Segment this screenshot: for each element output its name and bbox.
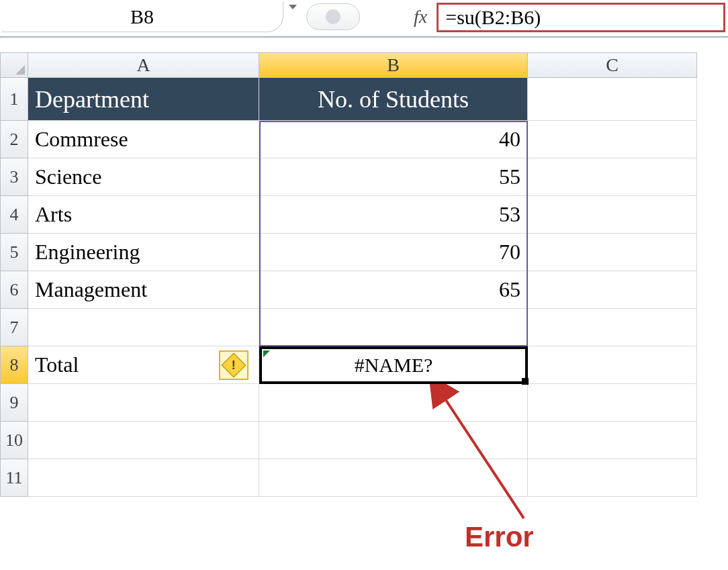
- row-9: 9: [0, 384, 728, 422]
- warning-icon: !: [222, 353, 246, 378]
- row-2: 2 Commrese 40: [0, 121, 728, 158]
- cell-A9[interactable]: [28, 384, 259, 422]
- error-smart-tag[interactable]: !: [219, 350, 248, 380]
- col-header-B[interactable]: B: [259, 52, 528, 78]
- row-10: 10: [0, 422, 728, 459]
- name-box[interactable]: B8: [1, 1, 283, 32]
- row-4: 4 Arts 53: [0, 196, 728, 234]
- cell-A1[interactable]: Department: [28, 78, 259, 121]
- formula-input[interactable]: [444, 5, 723, 30]
- name-box-dropdown[interactable]: [283, 1, 302, 12]
- row-header-4[interactable]: 4: [0, 196, 28, 234]
- cell-C8[interactable]: [528, 346, 697, 384]
- cancel-formula-button[interactable]: [306, 3, 360, 30]
- row-header-3[interactable]: 3: [0, 158, 28, 196]
- cell-B1[interactable]: No. of Students: [259, 78, 528, 121]
- cell-A5[interactable]: Engineering: [28, 234, 259, 271]
- cell-C2[interactable]: [528, 121, 697, 158]
- row-header-2[interactable]: 2: [0, 121, 28, 158]
- cell-B4[interactable]: 53: [259, 196, 528, 234]
- row-header-8[interactable]: 8: [0, 346, 28, 384]
- cell-B8-selected[interactable]: #NAME?: [259, 346, 528, 384]
- cell-B2[interactable]: 40: [259, 121, 528, 158]
- cell-B11[interactable]: [259, 459, 528, 497]
- row-3: 3 Science 55: [0, 158, 728, 196]
- cell-A4[interactable]: Arts: [28, 196, 259, 234]
- cell-C7[interactable]: [528, 309, 697, 346]
- formula-buttons: [302, 1, 360, 32]
- row-header-11[interactable]: 11: [0, 459, 28, 497]
- spreadsheet-grid[interactable]: A B C 1 Department No. of Students 2 Com…: [0, 52, 728, 497]
- col-header-A[interactable]: A: [28, 52, 259, 78]
- rows: 1 Department No. of Students 2 Commrese …: [0, 78, 728, 497]
- row-1: 1 Department No. of Students: [0, 78, 728, 121]
- cell-B8-value: #NAME?: [355, 354, 433, 377]
- cell-A6[interactable]: Management: [28, 271, 259, 309]
- row-7: 7: [0, 309, 728, 346]
- cell-C1[interactable]: [528, 78, 697, 121]
- cell-C11[interactable]: [528, 459, 697, 497]
- cell-B7[interactable]: [259, 309, 528, 346]
- cell-B3[interactable]: 55: [259, 158, 528, 196]
- row-header-9[interactable]: 9: [0, 384, 28, 422]
- cell-C9[interactable]: [528, 384, 697, 422]
- cell-A10[interactable]: [28, 422, 259, 459]
- error-triangle-icon: [263, 350, 270, 357]
- cell-A11[interactable]: [28, 459, 259, 497]
- fx-icon[interactable]: fx: [414, 1, 427, 32]
- row-5: 5 Engineering 70: [0, 234, 728, 271]
- cell-C3[interactable]: [528, 158, 697, 196]
- row-header-1[interactable]: 1: [0, 78, 28, 121]
- name-box-value: B8: [130, 5, 154, 28]
- svg-marker-0: [289, 5, 297, 9]
- cell-A7[interactable]: [28, 309, 259, 346]
- cell-B6[interactable]: 65: [259, 271, 528, 309]
- row-11: 11: [0, 459, 728, 497]
- row-header-6[interactable]: 6: [0, 271, 28, 309]
- cell-A2[interactable]: Commrese: [28, 121, 259, 158]
- cell-B5[interactable]: 70: [259, 234, 528, 271]
- cell-C6[interactable]: [528, 271, 697, 309]
- cell-B10[interactable]: [259, 422, 528, 459]
- row-header-5[interactable]: 5: [0, 234, 28, 271]
- cell-C4[interactable]: [528, 196, 697, 234]
- cell-B9[interactable]: [259, 384, 528, 422]
- formula-input-highlight: [437, 3, 725, 32]
- column-headers: A B C: [0, 52, 728, 78]
- row-6: 6 Management 65: [0, 271, 728, 309]
- annotation-error-label: Error: [465, 521, 534, 553]
- cell-C5[interactable]: [528, 234, 697, 271]
- row-header-10[interactable]: 10: [0, 422, 28, 459]
- cell-C10[interactable]: [528, 422, 697, 459]
- formula-bar: B8 fx: [0, 0, 728, 38]
- select-all-corner[interactable]: [0, 52, 28, 78]
- col-header-C[interactable]: C: [528, 52, 697, 78]
- row-header-7[interactable]: 7: [0, 309, 28, 346]
- cell-A3[interactable]: Science: [28, 158, 259, 196]
